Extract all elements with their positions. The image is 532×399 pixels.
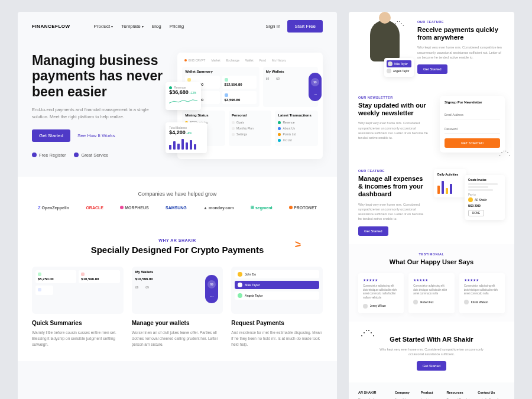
manage-cta-button[interactable]: Get Started [358, 226, 388, 236]
newsletter-title: Stay updated with our weekly newsletter [358, 102, 432, 117]
testimonial-card: ★★★★★ Consectetur adipiscing elit duis t… [358, 273, 404, 313]
accent-icon [291, 242, 299, 248]
landing-page-main: FINANCEFLOW Product ▾ Template ▾ Blog Pr… [18, 12, 337, 399]
testimonials-title: What Our Happy User Says [358, 258, 505, 266]
companies-title: Companies we have helped grow [32, 191, 323, 197]
why-title: Specially Designed For Crypto Payments [32, 245, 323, 255]
chevron-down-icon: ▾ [142, 24, 144, 28]
check-icon [32, 153, 37, 157]
logo-openzeppelin: Z OpenZeppelin [38, 206, 69, 210]
nav-product[interactable]: Product ▾ [94, 24, 113, 29]
hero-checks: Free Register Great Service [32, 153, 166, 158]
see-how-button[interactable]: See How It Works [77, 133, 115, 138]
dashboard-mockup: GNB CRYPT MarketExchangeWalletFundMy His… [177, 53, 323, 159]
newsletter-submit-button[interactable]: GET STARTED [445, 138, 500, 148]
testimonial-card: ★★★★★ Consectetur adipiscing elit duis t… [459, 273, 505, 313]
receive-title: Receive payments quickly from anywhere [417, 26, 505, 41]
wallet-summary-title: Wallet Summary [185, 70, 256, 73]
landing-page-sidebar: ⋰⋱ Mike Taylor Angela Taylor OUR FEATURE… [349, 12, 514, 399]
logo-samsung: SAMSUNG [166, 206, 187, 210]
check-free-register: Free Register [32, 153, 66, 158]
revenue-popup: Revenue $36,680 +12% [166, 82, 201, 110]
cta-section: ⋰⋱ Get Started With AR Shakir Why kept v… [349, 322, 514, 383]
logo-monday: ▲monday.com [203, 206, 234, 210]
testimonials-section: TESTIMONIAL What Our Happy User Says ★★★… [349, 244, 514, 322]
cta-button[interactable]: Get Started [417, 361, 447, 371]
brand-logo[interactable]: FINANCEFLOW [32, 24, 70, 29]
brand-dot-icon [184, 59, 187, 61]
newsletter-form: Signup For Newsletter GET STARTED ⋰⋱ [440, 96, 505, 153]
receive-image: ⋰⋱ Mike Taylor Angela Taylor [358, 20, 411, 79]
nav-template[interactable]: Template ▾ [121, 24, 143, 29]
manage-preview: Daily Activities Create Invoice Pay to A… [434, 169, 505, 236]
hero-section: Managing business payments has never bee… [18, 41, 337, 177]
why-card-summaries: $5,250.00 $10,596.80 Quick Summaries War… [32, 267, 124, 347]
stars-icon: ★★★★★ [413, 278, 449, 282]
logo-segment: ⊞ segment [251, 205, 273, 210]
check-great-service: Great Service [74, 153, 108, 158]
check-icon [74, 153, 79, 157]
balance-popup: Total Balance $4,200 +6% [166, 122, 207, 153]
hero-content: Managing business payments has never bee… [32, 53, 166, 159]
why-card-request: John Do Mike Taylor Angela Taylor Reques… [231, 267, 323, 347]
manage-section: OUR FEATURE Manage all expenses & income… [349, 161, 514, 244]
squiggle-icon: ⋰⋱ [361, 329, 375, 337]
logo-protonet: PROTONET [289, 206, 317, 210]
header: FINANCEFLOW Product ▾ Template ▾ Blog Pr… [18, 12, 337, 41]
why-section: WHY AR SHAKIR Specially Designed For Cry… [18, 224, 337, 361]
why-eyebrow: WHY AR SHAKIR [32, 238, 323, 242]
password-input[interactable] [445, 125, 500, 134]
stars-icon: ★★★★★ [464, 278, 500, 282]
footer: AR SHAKIR Finance helps companies manage… [349, 382, 514, 399]
start-free-button[interactable]: Start Free [287, 20, 323, 33]
nav-pricing[interactable]: Pricing [170, 24, 184, 29]
wallet-pill: 99 ⋯ [309, 73, 322, 101]
get-started-button[interactable]: Get Started [32, 129, 70, 142]
signin-link[interactable]: Sign In [266, 24, 281, 29]
cta-title: Get Started With AR Shakir [358, 336, 505, 343]
companies-section: Companies we have helped grow Z OpenZepp… [18, 177, 337, 224]
nav-blog[interactable]: Blog [152, 24, 161, 29]
testimonial-card: ★★★★★ Consectetur adipiscing elit duis t… [408, 273, 454, 313]
squiggle-icon: ⋰⋱ [499, 150, 511, 156]
contact-popup: Mike Taylor Angela Taylor [384, 58, 414, 77]
logo-morpheus: MORPHEUS [120, 206, 148, 210]
receive-section: ⋰⋱ Mike Taylor Angela Taylor OUR FEATURE… [349, 12, 514, 87]
email-input[interactable] [445, 111, 500, 119]
newsletter-section: OUR NEWSLETTER Stay updated with our wee… [349, 87, 514, 161]
hero-subtitle: End-to-end payments and financial manage… [32, 106, 166, 120]
manage-title: Manage all expenses & incomes from your … [358, 175, 427, 199]
invoice-card: Create Invoice Pay to AR Shakir USD 2000… [465, 175, 505, 220]
receive-cta-button[interactable]: Get Started [417, 64, 447, 74]
dash-nav: GNB CRYPT MarketExchangeWalletFundMy His… [182, 57, 318, 67]
hero-title: Managing business payments has never bee… [32, 53, 166, 99]
my-wallets-title: My Wallets [266, 70, 315, 73]
company-logos: Z OpenZeppelin ORACLE MORPHEUS SAMSUNG ▲… [32, 205, 323, 210]
main-nav: Product ▾ Template ▾ Blog Pricing [94, 24, 266, 29]
logo-oracle: ORACLE [86, 206, 103, 210]
invoice-done-button[interactable]: DONE [468, 210, 484, 216]
chevron-down-icon: ▾ [111, 24, 113, 28]
hero-cta: Get Started See How It Works [32, 129, 166, 142]
why-card-wallets: My Wallets $10,596.80 6969 99⋯ Manage yo… [132, 267, 223, 347]
stars-icon: ★★★★★ [363, 278, 399, 282]
